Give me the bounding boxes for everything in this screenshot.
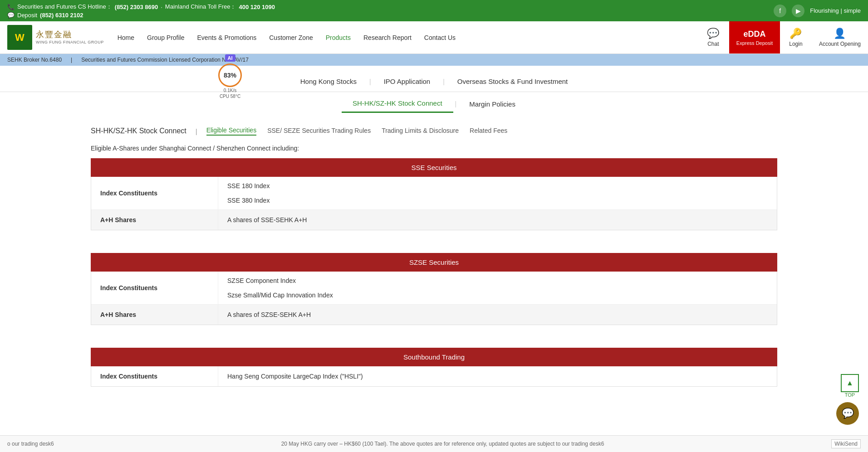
deposit-label: Deposit (17, 12, 37, 19)
arrow-up-icon: ▲ (841, 374, 859, 392)
broker-number: SEHK Broker No.6480 (7, 57, 62, 63)
breadcrumb-title: SH-HK/SZ-HK Stock Connect (91, 127, 186, 135)
breadcrumb-links: Eligible Securities SSE/ SEZE Securities… (206, 126, 508, 136)
table-row: A+H Shares A shares of SSE-SEHK A+H (91, 210, 777, 230)
szse-table-section: SZSE Securities Index Constituents SZSE … (0, 244, 868, 339)
cpu-stats: 0.1K/s (224, 88, 236, 93)
subnav-stock-connect[interactable]: SH-HK/SZ-HK Stock Connect (342, 95, 453, 113)
sse-index-label: Index Constituents (91, 177, 218, 209)
sse-ah-label: A+H Shares (91, 210, 218, 230)
facebook-icon[interactable]: f (774, 5, 786, 17)
sse-table-body: Index Constituents SSE 180 Index SSE 380… (91, 177, 777, 230)
breadcrumb-trading-limits[interactable]: Trading Limits & Disclosure (382, 127, 459, 135)
southbound-table-body: Index Constituents Hang Seng Composite L… (91, 366, 777, 387)
nav-bar: W 永豐金融 WING FUNG FINANCIAL GROUP Home Gr… (0, 21, 868, 54)
chat-icon: 💬 (707, 28, 719, 39)
sub-nav-row2: SH-HK/SZ-HK Stock Connect | Margin Polic… (0, 92, 868, 117)
breadcrumb-related-fees[interactable]: Related Fees (470, 127, 507, 135)
breadcrumb-eligible-securities[interactable]: Eligible Securities (206, 126, 257, 136)
nav-products[interactable]: Products (319, 21, 357, 53)
login-button[interactable]: 🔑 Login (780, 21, 812, 53)
nav-group-profile[interactable]: Group Profile (141, 21, 191, 53)
float-chat-button[interactable]: 💬 (836, 402, 859, 423)
southbound-index-val-1: Hang Seng Composite LargeCap Index ("HSL… (227, 371, 768, 382)
nav-actions: 💬 Chat eDDA Express Deposit 🔑 Login 👤 Ac… (697, 21, 868, 53)
whatsapp-icon (7, 12, 15, 19)
scroll-to-top-button[interactable]: ▲ TOP (841, 374, 859, 398)
szse-index-values: SZSE Component Index Szse Small/Mid Cap … (218, 272, 777, 304)
top-bar-social: f ▶ Flourishing | simple (774, 5, 861, 17)
top-bar-contact: Securities and Futures CS Hotline： (852)… (7, 3, 275, 19)
subnav-ipo[interactable]: IPO Application (373, 73, 441, 90)
nav-contact-us[interactable]: Contact Us (418, 21, 462, 53)
account-label: Account Opening (819, 41, 861, 47)
description-text: Eligible A-Shares under Shanghai Connect… (0, 140, 868, 158)
mainland-label: Mainland China Toll Free： (165, 3, 236, 11)
sse-index-values: SSE 180 Index SSE 380 Index (218, 177, 777, 209)
southbound-table-section: Southbound Trading Index Constituents Ha… (0, 339, 868, 423)
nav-customer-zone[interactable]: Customer Zone (263, 21, 319, 53)
southbound-index-label: Index Constituents (91, 366, 218, 386)
table-row: Index Constituents SZSE Component Index … (91, 272, 777, 305)
account-opening-button[interactable]: 👤 Account Opening (812, 21, 868, 53)
szse-ah-label: A+H Shares (91, 305, 218, 325)
cpu-percent: 83% (224, 72, 236, 79)
youtube-icon[interactable]: ▶ (792, 5, 804, 17)
separator: · (161, 4, 162, 10)
table-row: Index Constituents SSE 180 Index SSE 380… (91, 177, 777, 210)
szse-ah-val-1: A shares of SZSE-SEHK A+H (227, 309, 768, 320)
sse-ah-values: A shares of SSE-SEHK A+H (218, 210, 777, 230)
deposit-number: (852) 6310 2102 (40, 12, 83, 19)
southbound-index-values: Hang Seng Composite LargeCap Index ("HSL… (218, 366, 777, 386)
ticker-sep: | (71, 57, 72, 63)
table-row: A+H Shares A shares of SZSE-SEHK A+H (91, 305, 777, 325)
sse-ah-val-1: A shares of SSE-SEHK A+H (227, 214, 768, 225)
szse-index-label: Index Constituents (91, 272, 218, 304)
logo-initial: W (15, 32, 25, 44)
ai-badge: AI (225, 54, 235, 62)
szse-index-val-2: Szse Small/Mid Cap Innovation Index (227, 290, 768, 301)
slogan: Flourishing | simple (810, 7, 861, 14)
table-row: Index Constituents Hang Seng Composite L… (91, 366, 777, 386)
nav-events-promotions[interactable]: Events & Promotions (191, 21, 263, 53)
subnav-overseas[interactable]: Overseas Stocks & Fund Investment (446, 73, 579, 90)
chat-bubble-icon: 💬 (842, 408, 854, 419)
nav-home[interactable]: Home (111, 21, 141, 53)
hotline-label: Securities and Futures CS Hotline： (17, 3, 112, 11)
edda-title: eDDA (743, 29, 765, 39)
subnav-margin-policies[interactable]: Margin Policies (458, 96, 526, 112)
phone-icon (7, 4, 15, 10)
edda-sub: Express Deposit (736, 40, 773, 46)
top-bar: Securities and Futures CS Hotline： (852)… (0, 0, 868, 21)
chat-button[interactable]: 💬 Chat (697, 21, 729, 53)
cpu-indicator: AI 83% 0.1K/s CPU 58°C (218, 54, 242, 99)
cpu-temp: CPU 58°C (220, 94, 240, 99)
account-icon: 👤 (834, 28, 846, 39)
logo-area: W 永豐金融 WING FUNG FINANCIAL GROUP (0, 21, 111, 53)
szse-table-body: Index Constituents SZSE Component Index … (91, 272, 777, 325)
szse-ah-values: A shares of SZSE-SEHK A+H (218, 305, 777, 325)
login-label: Login (789, 41, 802, 47)
logo-english: WING FUNG FINANCIAL GROUP (36, 40, 104, 45)
nav-links: Home Group Profile Events & Promotions C… (111, 21, 697, 53)
sub-nav-row1: Hong Kong Stocks | IPO Application | Ove… (0, 66, 868, 92)
sse-index-val-1: SSE 180 Index (227, 180, 768, 191)
logo-chinese: 永豐金融 (36, 30, 104, 40)
cpu-meter: 83% (218, 63, 242, 87)
southbound-table-header: Southbound Trading (91, 348, 777, 366)
edda-button[interactable]: eDDA Express Deposit (729, 21, 780, 53)
logo-text: 永豐金融 WING FUNG FINANCIAL GROUP (36, 30, 104, 44)
logo-box: W (7, 25, 32, 50)
login-icon: 🔑 (790, 28, 802, 39)
subnav-hk-stocks[interactable]: Hong Kong Stocks (289, 73, 368, 90)
hotline-number: (852) 2303 8690 (115, 4, 158, 10)
breadcrumb-area: SH-HK/SZ-HK Stock Connect | Eligible Sec… (0, 117, 868, 140)
nav-research-report[interactable]: Research Report (357, 21, 418, 53)
szse-index-val-1: SZSE Component Index (227, 275, 768, 286)
sse-table-header: SSE Securities (91, 158, 777, 177)
info-ticker: SEHK Broker No.6480 | Securities and Fut… (0, 54, 868, 66)
breadcrumb-trading-rules[interactable]: SSE/ SEZE Securities Trading Rules (267, 127, 371, 135)
szse-table-header: SZSE Securities (91, 253, 777, 272)
sse-index-val-2: SSE 380 Index (227, 195, 768, 206)
mainland-number: 400 120 1090 (239, 4, 275, 10)
